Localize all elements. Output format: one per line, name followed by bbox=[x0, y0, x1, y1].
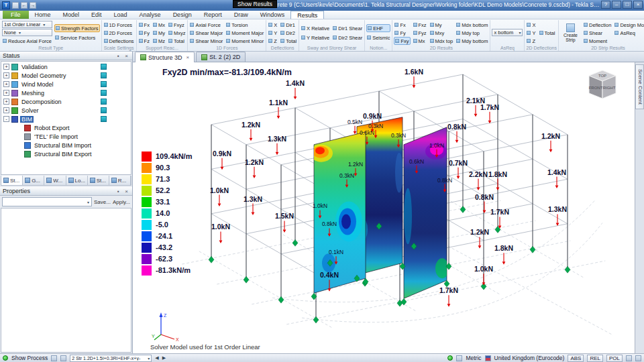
axes-icon[interactable] bbox=[635, 355, 641, 361]
ribbon-item-y[interactable]: Y bbox=[268, 29, 278, 37]
status-chart-icon[interactable] bbox=[101, 107, 107, 113]
tree-item-decomposition[interactable]: +Decomposition bbox=[1, 97, 131, 106]
ribbon-item-fz[interactable]: Fz bbox=[138, 37, 150, 45]
tree-expander-icon[interactable]: + bbox=[3, 64, 9, 70]
ribbon-item-y[interactable]: Y bbox=[526, 29, 536, 37]
load-label[interactable]: 1.1kN bbox=[269, 99, 288, 119]
text-scale-icon[interactable] bbox=[60, 355, 66, 361]
close-icon[interactable]: × bbox=[186, 54, 190, 60]
ribbon-item-moment[interactable]: Moment bbox=[583, 37, 612, 45]
status-chart-icon[interactable] bbox=[101, 99, 107, 105]
status-panel-tab-5[interactable]: St... bbox=[88, 176, 109, 185]
load-label[interactable]: 0.8kN bbox=[447, 123, 466, 143]
ribbon-item-z[interactable]: Z bbox=[268, 37, 278, 45]
load-label[interactable]: 1.2kN bbox=[470, 229, 489, 248]
maximize-button[interactable]: □ bbox=[623, 1, 632, 9]
menu-tab-results[interactable]: Results bbox=[290, 11, 324, 19]
tree-item-tel-file-import[interactable]: 'TEL' File Import bbox=[1, 132, 131, 141]
contour-wall-left[interactable] bbox=[310, 132, 366, 293]
load-label[interactable]: 1.6kN bbox=[405, 68, 423, 88]
ribbon-button-create-strip[interactable]: Create Strip bbox=[560, 21, 581, 45]
tree-item-structural-bim-export[interactable]: Structural BIM Export bbox=[1, 149, 131, 158]
ribbon-item-fxyz[interactable]: Fxyz bbox=[168, 21, 186, 29]
ribbon-item-fxy[interactable]: Fxy bbox=[394, 37, 410, 45]
ribbon-item-reduce-axial-force[interactable]: Reduce Axial Force bbox=[2, 37, 52, 45]
load-label[interactable]: 1.0kN bbox=[474, 265, 493, 285]
tree-expander-icon[interactable]: + bbox=[3, 90, 9, 96]
menu-tab-report[interactable]: Report bbox=[198, 11, 228, 19]
tree-expander-icon[interactable]: - bbox=[3, 116, 9, 122]
tree-item-wind-model[interactable]: +Wind Model bbox=[1, 80, 131, 88]
ribbon-item-mxyz[interactable]: Mxyz bbox=[168, 29, 186, 37]
ribbon-item-service-factors[interactable]: Service Factors bbox=[54, 34, 99, 42]
ribbon-item-fx[interactable]: Fx bbox=[394, 21, 410, 29]
menu-tab-load[interactable]: Load bbox=[108, 11, 133, 19]
save-button[interactable]: Save... bbox=[94, 199, 111, 205]
doc-tab-st-2-2-2d[interactable]: St. 2 (2) 2D bbox=[196, 52, 246, 62]
load-combination-dropdown[interactable]: 2 Str 1.2D+1.5I+0.3RI+EHF-x+y- ▾ bbox=[70, 355, 152, 362]
document-icon[interactable] bbox=[456, 355, 462, 361]
menu-tab-home[interactable]: Home bbox=[29, 11, 57, 19]
load-label[interactable]: 1.3kN bbox=[268, 135, 286, 155]
ribbon-item-dir1-shear[interactable]: Dir1 Shear bbox=[332, 24, 363, 32]
ribbon-item-strength-factors[interactable]: Strength Factors bbox=[54, 24, 99, 32]
load-label[interactable]: 0.9kN bbox=[213, 150, 231, 170]
status-panel-tab-6[interactable]: R... bbox=[109, 176, 131, 185]
tree-expander-icon[interactable]: + bbox=[3, 81, 9, 87]
load-label[interactable]: 1.4kN bbox=[286, 80, 305, 99]
ribbon-item-dir2[interactable]: Dir2 bbox=[280, 29, 297, 37]
ribbon-dropdown-1st-order-linear[interactable]: 1st Order Linear▾ bbox=[2, 21, 52, 28]
pin-icon[interactable]: ▪ bbox=[115, 188, 121, 194]
ribbon-item-fx[interactable]: Fx bbox=[138, 21, 150, 29]
ribbon-item-design-moment[interactable]: Design Moment bbox=[614, 21, 644, 29]
properties-dropdown[interactable]: ▾ bbox=[2, 197, 92, 206]
load-label[interactable]: 1.7kN bbox=[480, 104, 499, 123]
doc-tab-structure-3d[interactable]: Structure 3D× bbox=[135, 52, 195, 62]
tree-item-structural-bim-import[interactable]: Structural BIM Import bbox=[1, 141, 131, 149]
ribbon-item-1d-forces[interactable]: 1D Forces bbox=[103, 21, 135, 29]
ribbon-dropdown-x-bottom[interactable]: x bottom▾ bbox=[492, 29, 523, 36]
ribbon-item-moment-minor[interactable]: Moment Minor bbox=[225, 37, 264, 45]
ribbon-item-my[interactable]: My bbox=[429, 21, 454, 29]
next-combination-button[interactable]: ▶ bbox=[162, 355, 166, 361]
close-icon[interactable]: × bbox=[123, 188, 129, 194]
load-label[interactable]: 1.0kN bbox=[211, 223, 230, 243]
load-label[interactable]: 1.4kN bbox=[547, 169, 566, 188]
ribbon-item-axial-force[interactable]: Axial Force bbox=[189, 21, 223, 29]
tree-item-model-geometry[interactable]: +Model Geometry bbox=[1, 71, 131, 80]
ribbon-item-dir1[interactable]: Dir1 bbox=[280, 21, 297, 29]
load-label[interactable]: 1.7kN bbox=[439, 287, 458, 306]
ribbon-item-mz[interactable]: Mz bbox=[152, 37, 166, 45]
load-label[interactable]: 1.5kN bbox=[275, 213, 294, 232]
ribbon-item-moment-major[interactable]: Moment Major bbox=[225, 29, 264, 37]
ribbon-item-fy[interactable]: Fy bbox=[394, 29, 410, 37]
tree-item-bim[interactable]: -BIM bbox=[1, 115, 131, 123]
ribbon-item-z[interactable]: Z bbox=[526, 37, 536, 45]
menu-tab-file[interactable]: File bbox=[3, 11, 29, 19]
ribbon-item-mdx-bottom[interactable]: Mdx bottom bbox=[455, 21, 488, 29]
ribbon-item-asreq[interactable]: AsReq bbox=[614, 29, 644, 37]
undo-icon[interactable]: ← bbox=[21, 2, 28, 9]
cube-view-icon[interactable] bbox=[626, 355, 632, 361]
status-chart-icon[interactable] bbox=[101, 64, 107, 70]
redo-icon[interactable]: → bbox=[30, 2, 36, 9]
menu-tab-model[interactable]: Model bbox=[57, 11, 86, 19]
menu-tab-edit[interactable]: Edit bbox=[85, 11, 108, 19]
load-label[interactable]: 1.2kN bbox=[241, 121, 260, 141]
load-label[interactable]: 1.2kN bbox=[245, 159, 264, 178]
ribbon-item-mdx-top[interactable]: Mdx top bbox=[429, 37, 454, 45]
previous-combination-button[interactable]: ◀ bbox=[155, 355, 158, 361]
status-panel-tab-3[interactable]: W... bbox=[44, 176, 66, 185]
tree-item-validation[interactable]: +Validation bbox=[1, 62, 131, 71]
help-button[interactable]: ? bbox=[601, 1, 610, 9]
status-chart-icon[interactable] bbox=[101, 72, 107, 78]
ribbon-item-seismic[interactable]: Seismic bbox=[366, 34, 390, 42]
tree-expander-icon[interactable]: + bbox=[3, 107, 9, 113]
ribbon-item-x[interactable]: X bbox=[268, 21, 278, 29]
ribbon-item-shear-major[interactable]: Shear Major bbox=[189, 29, 223, 37]
load-label[interactable]: 1.0kN bbox=[210, 187, 229, 206]
status-panel-tab-4[interactable]: Lo... bbox=[66, 176, 88, 185]
status-chart-icon[interactable] bbox=[101, 81, 107, 87]
load-label[interactable]: 2.2kN bbox=[469, 171, 488, 190]
load-label[interactable]: 1.3kN bbox=[548, 206, 567, 225]
